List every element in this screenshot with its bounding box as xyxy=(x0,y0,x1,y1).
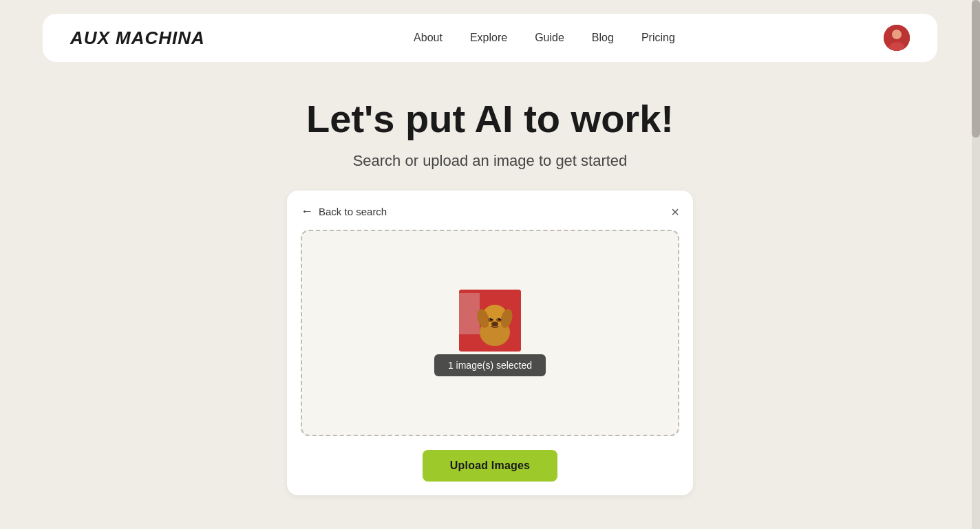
hero-section: Let's put AI to work! Search or upload a… xyxy=(0,62,980,191)
selected-badge: 1 image(s) selected xyxy=(434,354,546,376)
image-thumbnail xyxy=(459,290,521,352)
drop-zone[interactable]: 1 image(s) selected xyxy=(301,230,679,436)
svg-point-1 xyxy=(892,30,902,39)
main-nav: About Explore Guide Blog Pricing xyxy=(414,32,675,44)
drop-zone-content: 1 image(s) selected xyxy=(434,290,546,376)
svg-point-13 xyxy=(491,322,498,327)
scrollbar-track[interactable] xyxy=(972,0,980,529)
avatar[interactable] xyxy=(884,25,910,51)
nav-blog[interactable]: Blog xyxy=(592,32,614,44)
upload-images-button[interactable]: Upload Images xyxy=(423,450,557,482)
card-header: ← Back to search × xyxy=(301,204,679,219)
upload-card: ← Back to search × xyxy=(287,191,693,495)
logo: AUX MACHINA xyxy=(70,28,205,49)
nav-guide[interactable]: Guide xyxy=(535,32,564,44)
image-thumbnail-wrapper: 1 image(s) selected xyxy=(434,290,546,376)
nav-explore[interactable]: Explore xyxy=(470,32,507,44)
close-button[interactable]: × xyxy=(671,205,679,219)
hero-subtitle: Search or upload an image to get started xyxy=(14,152,966,170)
header-container: AUX MACHINA About Explore Guide Blog Pri… xyxy=(0,0,980,62)
back-to-search-button[interactable]: ← Back to search xyxy=(301,204,387,219)
svg-rect-4 xyxy=(459,293,480,334)
scrollbar-thumb[interactable] xyxy=(972,0,980,138)
back-to-search-label: Back to search xyxy=(319,206,387,217)
back-arrow-icon: ← xyxy=(301,204,313,219)
svg-point-14 xyxy=(491,318,493,319)
nav-about[interactable]: About xyxy=(414,32,443,44)
hero-title: Let's put AI to work! xyxy=(14,96,966,141)
avatar-image xyxy=(884,25,910,51)
upload-btn-wrapper: Upload Images xyxy=(301,450,679,482)
nav-pricing[interactable]: Pricing xyxy=(641,32,675,44)
svg-point-15 xyxy=(500,318,501,319)
header: AUX MACHINA About Explore Guide Blog Pri… xyxy=(43,14,937,62)
